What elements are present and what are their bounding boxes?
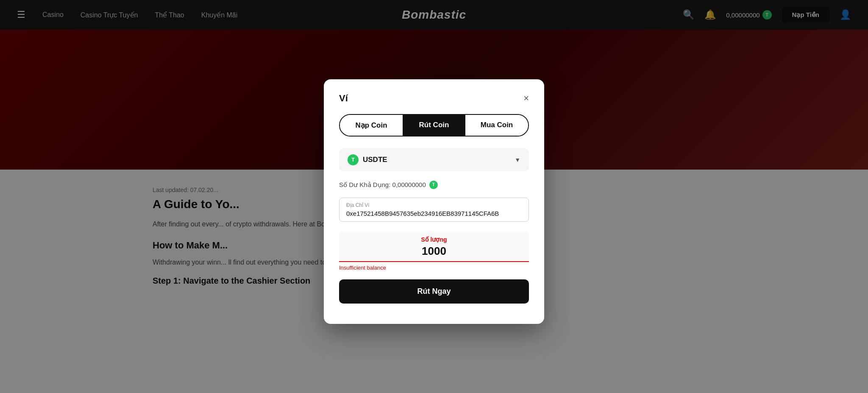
close-button[interactable]: × [523, 94, 529, 103]
modal-tabs: Nạp Coin Rút Coin Mua Coin [339, 114, 529, 137]
currency-label: USDTE [363, 156, 510, 164]
balance-row: Số Dư Khả Dụng: 0,00000000 T [339, 181, 529, 189]
tab-rut-coin[interactable]: Rút Coin [403, 115, 465, 136]
wallet-modal: Ví × Nạp Coin Rút Coin Mua Coin T USDTE … [324, 79, 544, 324]
amount-label: Số lượng [346, 236, 522, 243]
modal-header: Ví × [339, 93, 529, 104]
address-field[interactable]: Địa Chỉ Ví 0xe17521458B9457635eb234916EB… [339, 198, 529, 222]
amount-value: 1000 [346, 245, 522, 258]
currency-icon: T [348, 154, 359, 165]
address-field-label: Địa Chỉ Ví [346, 202, 522, 208]
address-field-value: 0xe17521458B9457635eb234916EB83971145CFA… [346, 210, 522, 217]
chevron-down-icon: ▼ [515, 156, 520, 163]
tab-nap-coin[interactable]: Nạp Coin [340, 115, 403, 136]
balance-icon: T [429, 181, 438, 189]
balance-label: Số Dư Khả Dụng: 0,00000000 [339, 181, 426, 189]
submit-button[interactable]: Rút Ngay [339, 279, 529, 304]
amount-field[interactable]: Số lượng 1000 [339, 232, 529, 262]
tab-mua-coin[interactable]: Mua Coin [465, 115, 528, 136]
currency-selector[interactable]: T USDTE ▼ [339, 148, 529, 171]
error-message: Insufficient balance [339, 265, 529, 271]
modal-title: Ví [339, 93, 348, 104]
